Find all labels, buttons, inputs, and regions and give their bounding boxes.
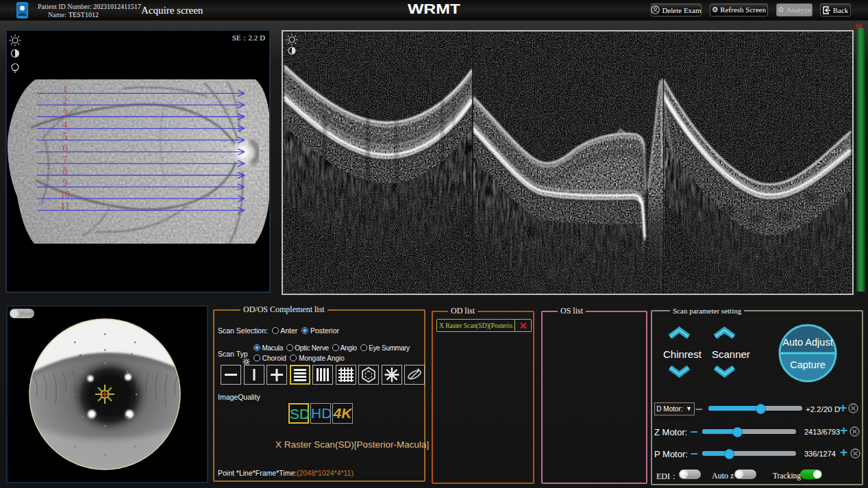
svg-text:WRMT: WRMT bbox=[408, 2, 460, 16]
svg-text:Zoom: Zoom bbox=[20, 311, 34, 317]
svg-text:10: 10 bbox=[60, 190, 70, 200]
svg-text:1: 1 bbox=[63, 84, 68, 94]
svg-text:Auto Adjust: Auto Adjust bbox=[782, 337, 832, 348]
svg-text:2: 2 bbox=[63, 96, 68, 106]
svg-text:5: 5 bbox=[63, 131, 68, 142]
svg-text:11: 11 bbox=[60, 201, 69, 211]
svg-text:6: 6 bbox=[63, 143, 68, 153]
svg-text:7: 7 bbox=[63, 155, 68, 165]
svg-text:Capture: Capture bbox=[790, 359, 826, 370]
svg-text:4: 4 bbox=[63, 120, 68, 130]
svg-text:8: 8 bbox=[63, 166, 68, 177]
svg-text:3: 3 bbox=[63, 108, 68, 118]
svg-text:9: 9 bbox=[63, 178, 68, 188]
